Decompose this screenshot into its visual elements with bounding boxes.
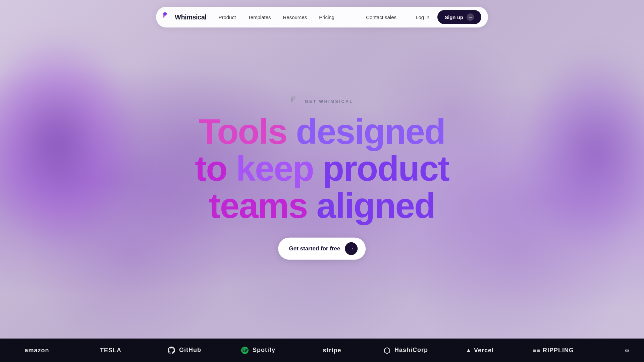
nav-right: Contact sales Log in Sign up → [361,10,481,24]
word-tools: Tools [199,112,296,151]
logo-spotify: Spotify [221,347,295,354]
cta-button[interactable]: Get started for free → [278,238,366,260]
nav-pricing[interactable]: Pricing [314,12,340,23]
word-designed: designed [296,112,445,151]
logos-track: amazon TESLA GitHub Spotify stripe [0,347,644,354]
hero-content: GET WHIMSICAL Tools designed to keep pro… [195,96,449,260]
word-keep: keep [236,149,323,188]
whimsical-logo-icon [163,12,172,22]
word-teams: teams [209,186,317,225]
hero-headline: Tools designed to keep product teams ali… [195,113,449,224]
headline-line2: to keep product [195,150,449,187]
nav-links: Product Templates Resources Pricing [213,12,361,23]
cta-container: Get started for free → [195,238,449,260]
sign-up-button[interactable]: Sign up → [437,10,481,24]
logo-stripe: stripe [295,347,369,354]
word-product: product [323,149,449,188]
eyebrow-text: GET WHIMSICAL [305,99,353,104]
logo-tesla: TESLA [74,347,148,354]
headline-line3: teams aligned [195,187,449,224]
nav-product[interactable]: Product [213,12,241,23]
logo-github: GitHub [148,347,221,354]
logo-meta: ∞ [590,347,644,354]
word-to: to [195,149,236,188]
sign-up-arrow-icon: → [467,13,474,21]
eyebrow-icon [291,96,302,107]
logos-bar: amazon TESLA GitHub Spotify stripe [0,339,644,362]
logo-vercel: ▲ Vercel [443,347,517,354]
navbar: Whimsical Product Templates Resources Pr… [156,7,488,27]
contact-sales-link[interactable]: Contact sales [361,12,402,23]
logo-hashicorp: HashiCorp [369,347,443,354]
nav-divider [406,14,406,20]
log-in-link[interactable]: Log in [410,12,435,23]
headline-line1: Tools designed [195,113,449,150]
logo-link[interactable]: Whimsical [163,12,206,22]
nav-resources[interactable]: Resources [278,12,313,23]
sign-up-label: Sign up [445,14,463,20]
logo-text: Whimsical [175,13,206,21]
cta-label: Get started for free [289,245,340,252]
word-aligned: aligned [317,186,435,225]
eyebrow: GET WHIMSICAL [195,96,449,107]
nav-templates[interactable]: Templates [243,12,276,23]
cta-arrow-icon: → [345,242,358,255]
logo-amazon1: amazon [0,347,74,354]
logo-rippling: ≡≡ RIPPLING [517,347,590,354]
